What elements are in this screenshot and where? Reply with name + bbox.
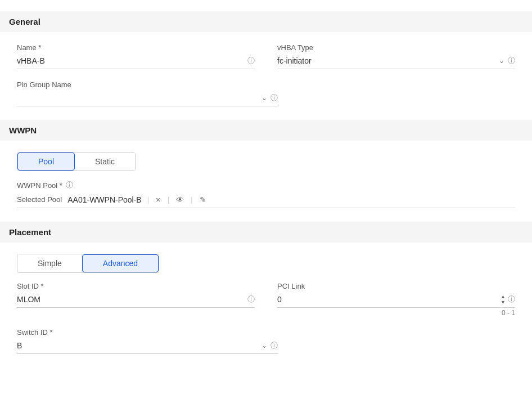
vhba-type-label: vHBA Type: [277, 43, 515, 52]
name-info-icon[interactable]: ⓘ: [247, 56, 255, 66]
name-input[interactable]: [17, 55, 244, 66]
pin-group-field: Pin Group Name ⌄ ⓘ: [17, 80, 278, 106]
switch-id-field: Switch ID * A B None ⌄ ⓘ: [17, 328, 278, 354]
general-section-header: General: [0, 11, 532, 32]
name-label: Name *: [17, 43, 255, 52]
wwpn-edit-button[interactable]: ✎: [199, 195, 208, 204]
wwpn-static-toggle[interactable]: Static: [75, 153, 135, 171]
pin-group-label: Pin Group Name: [17, 80, 278, 89]
wwpn-section-header: WWPN: [0, 120, 532, 141]
vhba-type-select[interactable]: fc-initiator fc-target fc-nvme-initiator: [277, 55, 499, 66]
pci-link-field: PCI Link ▲ ▼ ⓘ 0 - 1: [277, 282, 515, 317]
general-title: General: [9, 17, 40, 26]
wwpn-title: WWPN: [9, 125, 37, 135]
pci-link-label: PCI Link: [277, 282, 515, 290]
slot-id-input[interactable]: [17, 294, 244, 305]
pci-link-down-icon[interactable]: ▼: [501, 299, 506, 305]
wwpn-selected-label: Selected Pool: [17, 195, 62, 204]
wwpn-selected-row: Selected Pool AA01-WWPN-Pool-B | × | 👁 |…: [17, 195, 515, 208]
pci-link-spinner[interactable]: ▲ ▼: [501, 294, 506, 305]
slot-id-field: Slot ID * ⓘ: [17, 282, 255, 317]
wwpn-view-button[interactable]: 👁: [175, 195, 185, 204]
pci-link-up-icon[interactable]: ▲: [501, 294, 506, 299]
placement-section-header: Placement: [0, 222, 532, 243]
pin-group-info-icon[interactable]: ⓘ: [270, 93, 278, 103]
slot-id-label: Slot ID *: [17, 282, 255, 290]
switch-id-label: Switch ID *: [17, 328, 278, 337]
wwpn-pool-label: WWPN Pool * ⓘ: [17, 180, 515, 190]
placement-simple-toggle[interactable]: Simple: [17, 254, 82, 272]
pci-link-input[interactable]: [277, 294, 501, 305]
switch-id-info-icon[interactable]: ⓘ: [270, 340, 278, 351]
pci-link-info-icon[interactable]: ⓘ: [508, 294, 515, 304]
placement-advanced-toggle[interactable]: Advanced: [82, 254, 159, 272]
switch-id-chevron-icon: ⌄: [262, 342, 267, 349]
pin-group-chevron-icon: ⌄: [262, 94, 267, 102]
vhba-type-field: vHBA Type fc-initiator fc-target fc-nvme…: [277, 43, 515, 69]
switch-id-select[interactable]: A B None: [17, 340, 262, 351]
name-field: Name * ⓘ: [17, 43, 255, 69]
wwpn-pool-info-icon[interactable]: ⓘ: [66, 180, 73, 190]
placement-title: Placement: [9, 227, 51, 237]
slot-id-info-icon[interactable]: ⓘ: [247, 294, 255, 304]
placement-toggle-group: Simple Advanced: [17, 254, 159, 273]
pci-link-range-hint: 0 - 1: [277, 309, 515, 317]
wwpn-clear-button[interactable]: ×: [155, 195, 162, 204]
vhba-type-info-icon[interactable]: ⓘ: [508, 56, 515, 66]
wwpn-toggle-group: Pool Static: [17, 152, 136, 171]
wwpn-selected-value: AA01-WWPN-Pool-B: [67, 195, 141, 204]
pin-group-select[interactable]: [17, 92, 262, 104]
vhba-type-chevron-icon: ⌄: [499, 57, 504, 65]
wwpn-pool-toggle[interactable]: Pool: [17, 153, 75, 171]
